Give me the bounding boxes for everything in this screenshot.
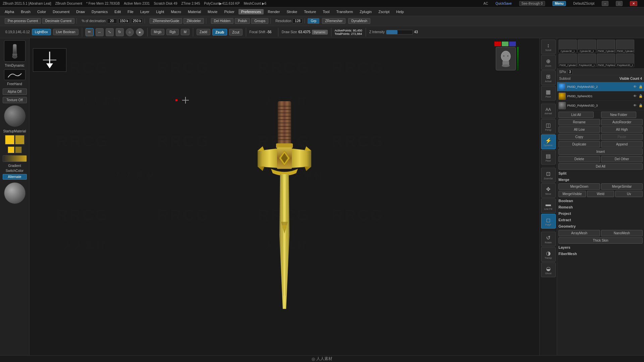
del-all-btn[interactable]: Del All: [558, 163, 643, 170]
merge-down-btn[interactable]: MergeDown: [558, 183, 600, 190]
list-all-btn[interactable]: List All: [558, 112, 594, 118]
menu-macro[interactable]: Macro: [168, 9, 184, 14]
subtool-lock-0[interactable]: 🔒: [639, 85, 643, 89]
move-icon[interactable]: ↔: [96, 28, 104, 36]
polyf-tool[interactable]: ◻ PolyF: [541, 214, 556, 229]
menu-render[interactable]: Render: [265, 9, 282, 14]
array-mesh-btn[interactable]: ArrayMesh: [558, 230, 600, 236]
subtool-item-2[interactable]: PM3D_PolyMesh3D_3 👁 🔒: [557, 101, 644, 110]
thick-skin-btn[interactable]: Thick Skin: [558, 237, 643, 244]
m-btn[interactable]: M: [181, 29, 190, 35]
gyro-icon[interactable]: ●: [136, 28, 144, 36]
insert-btn[interactable]: Insert: [558, 148, 643, 155]
foreground-swatch[interactable]: [5, 135, 14, 144]
color-swatch-1[interactable]: [8, 146, 14, 153]
head-model-icon[interactable]: [496, 47, 516, 70]
smooth-circle-icon[interactable]: ○: [126, 28, 134, 36]
preprocess-btn[interactable]: Pre-process Current: [5, 18, 41, 24]
copy-btn[interactable]: Copy: [558, 134, 600, 140]
move-tool[interactable]: ✥ Move: [541, 183, 556, 198]
actual-tool[interactable]: ⊞ Actual: [541, 70, 556, 85]
all-low-btn[interactable]: All Low: [558, 126, 600, 133]
doc-thumb-6[interactable]: PM3D_PolyMesh: [597, 54, 615, 67]
gradient-preview[interactable]: [3, 155, 27, 162]
menu-edit[interactable]: Edit: [112, 9, 123, 14]
rename-btn[interactable]: Rename: [558, 119, 600, 125]
groups-btn[interactable]: Groups: [251, 18, 268, 24]
duplicate-btn[interactable]: Duplicate: [558, 141, 600, 147]
decimate-btn[interactable]: Decimate Current: [42, 18, 74, 24]
menu-layer[interactable]: Layer: [138, 9, 152, 14]
scale-icon[interactable]: ⤡: [106, 28, 114, 36]
zmodeler-btn[interactable]: ZModeler: [183, 18, 204, 24]
merge-visible-btn[interactable]: MergeVisible: [558, 191, 586, 197]
draw-size-val[interactable]: 63.4375: [298, 30, 310, 34]
all-high-btn[interactable]: AlI High: [601, 126, 643, 133]
floor2-tool[interactable]: ▤ Floor: [541, 150, 556, 165]
doc-thumb-1[interactable]: Cylinder3D_2: [578, 40, 596, 53]
freehand-preview[interactable]: [4, 69, 25, 80]
rotate-icon[interactable]: ↻: [116, 28, 124, 36]
menu-zscript[interactable]: Zscript: [376, 9, 392, 14]
ghost-tool[interactable]: ◒ Ghost: [541, 262, 556, 277]
transp-tool[interactable]: ◑ Transp: [541, 247, 556, 262]
live-boolean-btn[interactable]: Live Boolean: [53, 29, 78, 35]
linefill-tool[interactable]: ▬ Line Fill: [541, 198, 556, 213]
weld-btn[interactable]: Weld: [587, 191, 614, 197]
menu-color[interactable]: Color: [35, 9, 49, 14]
menu-alpha[interactable]: Alpha: [2, 9, 17, 14]
menu-help[interactable]: Help: [393, 9, 407, 14]
zsub-btn[interactable]: Zsub: [212, 29, 227, 36]
zremesher-guide-btn[interactable]: ZRemesherGuide: [150, 18, 182, 24]
menu-transform[interactable]: Transform: [333, 9, 356, 14]
menu-draw[interactable]: Draw: [73, 9, 88, 14]
nano-mesh-btn[interactable]: NanoMesh: [601, 230, 643, 236]
aahalf-tool[interactable]: AA AAHalf: [541, 104, 556, 118]
script-btn[interactable]: DefaultZScript: [573, 2, 594, 5]
rotate-tool[interactable]: ↺ Rotate: [541, 232, 556, 246]
menu-texture[interactable]: Texture: [301, 9, 319, 14]
zoomsd-tool[interactable]: ⊡ ZoomSd: [541, 168, 556, 182]
draw-icon[interactable]: ✏: [86, 28, 94, 36]
subtool-eye-2[interactable]: 👁: [633, 104, 637, 108]
pct-val[interactable]: 20: [107, 18, 117, 23]
append-btn[interactable]: Append: [601, 141, 643, 147]
alternate-btn[interactable]: Alternate: [3, 174, 27, 180]
subtool-item-0[interactable]: PM3D_PolyMesh3D_2 👁 🔒: [557, 82, 644, 92]
doc-thumb-3[interactable]: PM3D_Cylinder3: [616, 40, 634, 53]
focal-shift-val[interactable]: -56: [267, 30, 275, 34]
del-other-btn[interactable]: Del Other: [601, 156, 643, 162]
mem1-val[interactable]: 150 k: [118, 18, 130, 23]
delete-btn[interactable]: Delete: [558, 156, 600, 162]
zoom-tool[interactable]: ⊕ Zoom: [541, 55, 556, 70]
del-hidden-btn[interactable]: Del Hidden: [211, 18, 233, 24]
menu-brush[interactable]: Brush: [18, 9, 33, 14]
menu-btn[interactable]: Menu: [552, 1, 566, 6]
menu-stroke[interactable]: Stroke: [284, 9, 300, 14]
auto-reorder-btn[interactable]: AutoReorder: [601, 119, 643, 125]
alpha-off-btn[interactable]: Alpha Off: [3, 88, 27, 95]
paste-btn[interactable]: Paste: [601, 134, 643, 140]
doc-thumb-7[interactable]: PolyMesh3D_2: [616, 54, 634, 67]
menu-tool[interactable]: Tool: [320, 9, 332, 14]
new-folder-btn[interactable]: New Folder: [601, 112, 636, 118]
rgb-btn[interactable]: Rgb: [166, 29, 178, 35]
zcut-btn[interactable]: Zcut: [229, 29, 242, 36]
spix-val[interactable]: 3: [568, 69, 573, 74]
menu-document[interactable]: Document: [50, 9, 72, 14]
doc-thumb-2[interactable]: PM3D_Cylinder3: [597, 40, 615, 53]
dynamic-btn[interactable]: Dynamic: [312, 30, 328, 35]
persp-tool[interactable]: ◫ Persp: [541, 119, 556, 134]
uv-btn[interactable]: Uv: [615, 191, 643, 197]
background-swatch[interactable]: [15, 135, 24, 144]
floor-tool[interactable]: ▦ Floor: [541, 86, 556, 101]
subtool-eye-0[interactable]: 👁: [633, 85, 637, 89]
merge-similar-btn[interactable]: MergeSimilar: [601, 183, 643, 190]
brush-thumbnail[interactable]: [4, 40, 25, 62]
menu-dynamics[interactable]: Dynamics: [89, 9, 110, 14]
menu-movie[interactable]: Movie: [205, 9, 220, 14]
subtool-lock-2[interactable]: 🔒: [639, 104, 643, 108]
lightbox-btn[interactable]: LightBox: [32, 29, 51, 35]
grp-btn[interactable]: Grp: [308, 18, 319, 24]
subtool-lock-1[interactable]: 🔒: [639, 94, 643, 98]
